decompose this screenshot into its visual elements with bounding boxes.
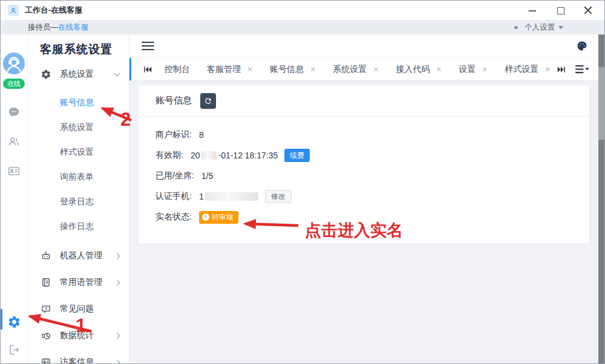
tab-service-management[interactable]: 客服管理✕: [198, 64, 261, 75]
menu-item-label: 常见问题: [60, 304, 94, 314]
edit-phone-button[interactable]: 修改: [265, 190, 292, 203]
chevron-right-icon: [114, 359, 120, 363]
redacted-value: [205, 192, 258, 201]
visitors-icon[interactable]: [7, 135, 21, 148]
chat-icon[interactable]: [7, 105, 21, 119]
menu-item-label: 访客信息: [60, 357, 94, 363]
visitor-icon: [41, 357, 51, 363]
menu-visitor-info[interactable]: 访客信息: [28, 349, 129, 363]
card-header: 账号信息: [139, 85, 589, 117]
settings-gear-icon[interactable]: [7, 315, 21, 329]
tab-account-info[interactable]: 账号信息✕: [261, 64, 324, 75]
menu-robot-management[interactable]: 机器人管理: [28, 242, 129, 269]
tab-label: 客服管理: [207, 64, 241, 75]
window-title: 工作台-在线客服: [25, 5, 82, 16]
receptionist-label: 接待员—: [28, 22, 58, 33]
personal-settings-menu[interactable]: 个人设置: [513, 22, 563, 33]
submenu-operation-log[interactable]: 操作日志: [28, 214, 129, 239]
app-icon: [8, 5, 19, 16]
realname-status-badge[interactable]: 待审核: [199, 211, 238, 224]
tab-console[interactable]: 控制台: [156, 64, 198, 75]
menu-item-label: 数据统计: [60, 330, 94, 341]
scroll-tabs-start-icon[interactable]: [143, 65, 152, 74]
tab-close-icon[interactable]: ✕: [544, 66, 551, 73]
menu-item-label: 常用语管理: [60, 277, 102, 288]
menu-faq[interactable]: 常见问题: [28, 296, 129, 322]
account-info-card: 账号信息 商户标识:8有效期:20-01-12 18:17:35续费已用/坐席:…: [139, 85, 589, 244]
window-controls: [528, 6, 598, 15]
field-label: 有效期:: [155, 150, 183, 161]
robot-icon: [41, 250, 51, 261]
avatar[interactable]: [3, 53, 25, 74]
gear-icon: [41, 69, 51, 80]
tab-access-code[interactable]: 接入代码✕: [387, 64, 450, 75]
tab-close-icon[interactable]: ✕: [310, 66, 316, 73]
theme-palette-icon[interactable]: [577, 41, 587, 51]
menu-item-label: 系统设置: [60, 69, 94, 80]
badge-label: 待审核: [212, 212, 234, 223]
tab-style-settings[interactable]: 样式设置✕: [496, 64, 557, 75]
field-merchant-id: 商户标识:8: [155, 128, 572, 141]
submenu-system-settings[interactable]: 系统设置: [28, 115, 129, 140]
menu-system-settings[interactable]: 系统设置: [28, 61, 129, 88]
tab-close-icon[interactable]: ✕: [436, 66, 442, 73]
refresh-button[interactable]: [200, 93, 216, 109]
tab-close-icon[interactable]: ✕: [482, 66, 488, 73]
menu-data-statistics[interactable]: 数据统计: [28, 322, 129, 349]
tab-system-settings[interactable]: 系统设置✕: [324, 64, 387, 75]
tab-label: 控制台: [165, 64, 190, 75]
submenu-style-settings[interactable]: 样式设置: [28, 140, 129, 164]
exclamation-icon: [202, 213, 209, 221]
chevron-down-icon: [114, 71, 120, 77]
tab-label: 样式设置: [505, 64, 538, 75]
submenu-account-info[interactable]: 账号信息: [28, 90, 129, 115]
renew-button[interactable]: 续费: [284, 149, 310, 162]
chevron-right-icon: [114, 279, 120, 285]
chevron-right-icon: [114, 333, 120, 339]
sidebar-menu: 系统设置账号信息系统设置样式设置询前表单登录日志操作日志机器人管理常用语管理常见…: [28, 61, 129, 363]
field-label: 商户标识:: [155, 129, 192, 140]
field-value: -01-12 18:17:35: [218, 151, 278, 160]
settings-sidebar: 客服系统设置 系统设置账号信息系统设置样式设置询前表单登录日志操作日志机器人管理…: [28, 34, 129, 363]
notebook-icon: [41, 277, 51, 288]
vertical-scrollbar[interactable]: [598, 34, 604, 363]
tab-list-dropdown-icon[interactable]: [575, 64, 590, 74]
field-value: 8: [199, 130, 204, 140]
app-window: 工作台-在线客服 接待员—在线客服 个人设置 在线: [0, 0, 605, 364]
hamburger-menu-icon[interactable]: [142, 42, 154, 50]
tab-settings[interactable]: 设置✕: [450, 64, 496, 75]
chevron-right-icon: [114, 253, 120, 259]
field-value: 1: [199, 192, 204, 201]
close-button[interactable]: [584, 6, 592, 15]
card-body: 商户标识:8有效期:20-01-12 18:17:35续费已用/坐席:1/5认证…: [139, 117, 589, 224]
field-value: 1/5: [201, 171, 213, 181]
tab-label: 设置: [459, 64, 476, 75]
tabbar: 控制台客服管理✕账号信息✕系统设置✕接入代码✕设置✕样式设置✕: [129, 58, 598, 81]
field-verified-phone: 认证手机:1修改: [155, 190, 572, 203]
online-service-link[interactable]: 在线客服: [58, 22, 88, 33]
reception-bar: 接待员—在线客服 个人设置: [1, 20, 604, 34]
active-indicator: [1, 309, 2, 330]
field-realname-status: 实名状态:待审核: [155, 210, 572, 224]
tab-close-icon[interactable]: ✕: [373, 66, 379, 73]
field-label: 认证手机:: [155, 191, 192, 202]
minimize-button[interactable]: [528, 6, 537, 15]
rail-bottom: [7, 315, 21, 363]
sidebar-title: 客服系统设置: [28, 38, 129, 61]
logout-icon[interactable]: [8, 343, 21, 356]
scroll-tabs-end-icon[interactable]: [557, 65, 566, 74]
tab-label: 系统设置: [333, 64, 367, 75]
menu-common-phrases[interactable]: 常用语管理: [28, 269, 129, 296]
main-area: 控制台客服管理✕账号信息✕系统设置✕接入代码✕设置✕样式设置✕ 账号信息 商户标…: [129, 34, 598, 363]
scrollbar-thumb[interactable]: [598, 67, 604, 140]
submenu-prechat-form[interactable]: 询前表单: [28, 164, 129, 189]
menu-item-label: 机器人管理: [60, 250, 102, 261]
tab-close-icon[interactable]: ✕: [247, 66, 253, 73]
speaker-icon: [513, 24, 521, 31]
tabs: 控制台客服管理✕账号信息✕系统设置✕接入代码✕设置✕样式设置✕: [156, 64, 557, 75]
maximize-button[interactable]: [556, 6, 564, 15]
contact-card-icon[interactable]: [7, 164, 21, 178]
redacted-value: [201, 151, 217, 160]
submenu-login-log[interactable]: 登录日志: [28, 189, 129, 214]
chevron-down-icon: [558, 26, 563, 29]
